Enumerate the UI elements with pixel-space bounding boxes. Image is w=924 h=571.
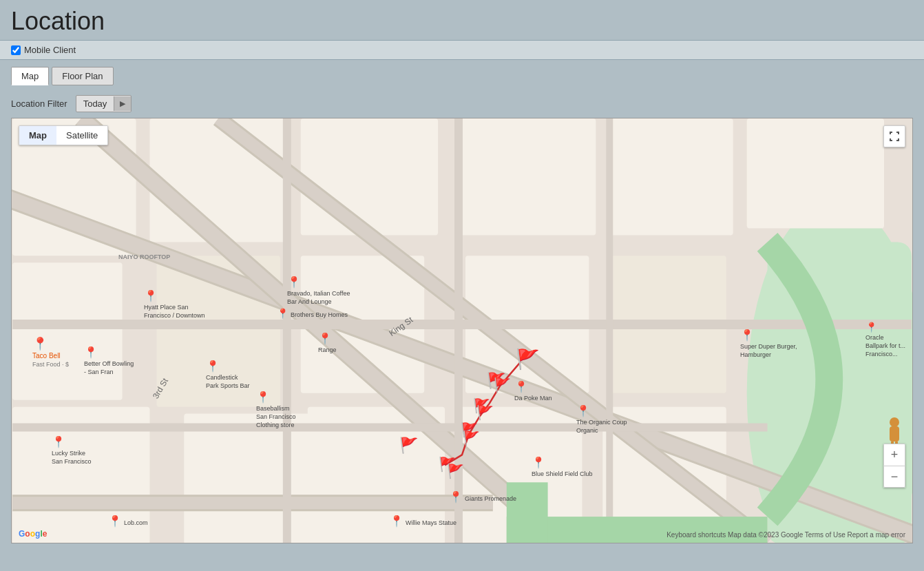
filter-bar: Location Filter Today ▶ <box>0 90 924 118</box>
tabs-bar: Map Floor Plan <box>0 60 924 90</box>
svg-rect-9 <box>301 118 438 235</box>
map-type-satellite-btn[interactable]: Satellite <box>56 126 107 145</box>
map-container[interactable]: Map Satellite 📍 Taco Bell Fast Food · $ … <box>11 118 913 543</box>
tab-map[interactable]: Map <box>11 67 49 85</box>
tab-floor-plan[interactable]: Floor Plan <box>52 67 113 85</box>
filter-select[interactable]: Today ▶ <box>76 95 132 112</box>
fullscreen-button[interactable] <box>883 125 905 147</box>
flag-red-2: 🚩 <box>494 377 511 393</box>
flag-green: 🚩 <box>516 348 540 371</box>
map-attribution: Keyboard shortcuts Map data ©2023 Google… <box>666 531 905 539</box>
svg-rect-33 <box>507 482 548 543</box>
flag-red-9: 🚩 <box>447 463 464 479</box>
mobile-client-bar: Mobile Client <box>0 40 924 60</box>
zoom-controls: + − <box>883 444 905 488</box>
map-type-toggle[interactable]: Map Satellite <box>19 125 108 145</box>
pegman-button[interactable] <box>883 419 905 446</box>
mobile-client-checkbox[interactable] <box>11 45 21 55</box>
filter-value: Today <box>76 96 114 112</box>
flag-red-4: 🚩 <box>476 404 494 421</box>
filter-label: Location Filter <box>11 98 67 109</box>
page-title: Location <box>11 7 913 36</box>
svg-rect-35 <box>890 426 899 442</box>
map-background: Map Satellite 📍 Taco Bell Fast Food · $ … <box>12 118 912 543</box>
zoom-in-button[interactable]: + <box>883 444 905 466</box>
filter-arrow-icon[interactable]: ▶ <box>114 96 131 111</box>
flag-red-7: 🚩 <box>399 437 418 455</box>
mobile-client-checkbox-wrapper[interactable]: Mobile Client <box>11 45 76 55</box>
svg-rect-15 <box>609 118 733 235</box>
svg-rect-4 <box>12 262 122 399</box>
svg-rect-6 <box>149 118 286 242</box>
google-logo: Google <box>19 529 47 539</box>
svg-rect-18 <box>747 118 884 228</box>
svg-point-34 <box>890 417 899 427</box>
map-type-map-btn[interactable]: Map <box>19 126 56 145</box>
svg-rect-8 <box>184 414 321 543</box>
mobile-client-label: Mobile Client <box>24 45 76 55</box>
flag-red-6: 🚩 <box>463 430 480 446</box>
svg-rect-12 <box>459 118 596 235</box>
zoom-out-button[interactable]: − <box>883 466 905 488</box>
page-header: Location <box>0 0 924 40</box>
